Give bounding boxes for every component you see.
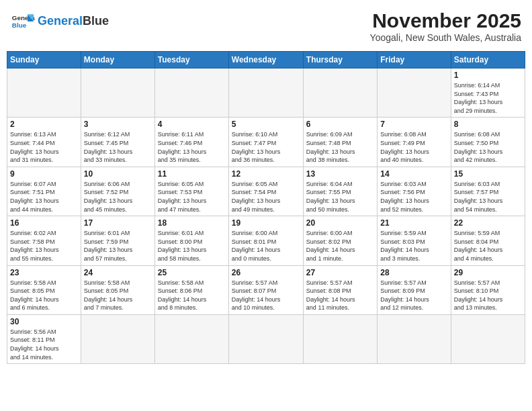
calendar-cell: 29Sunrise: 5:57 AM Sunset: 8:10 PM Dayli… — [451, 265, 525, 314]
week-row-4: 16Sunrise: 6:02 AM Sunset: 7:58 PM Dayli… — [7, 216, 525, 265]
day-info: Sunrise: 6:00 AM Sunset: 8:02 PM Dayligh… — [306, 229, 374, 263]
day-header-friday: Friday — [378, 52, 451, 68]
calendar-cell: 27Sunrise: 5:57 AM Sunset: 8:08 PM Dayli… — [303, 265, 377, 314]
day-info: Sunrise: 6:13 AM Sunset: 7:44 PM Dayligh… — [10, 130, 78, 164]
calendar-cell — [228, 314, 303, 363]
day-info: Sunrise: 6:14 AM Sunset: 7:43 PM Dayligh… — [454, 81, 522, 115]
calendar-cell: 30Sunrise: 5:56 AM Sunset: 8:11 PM Dayli… — [7, 314, 81, 363]
day-number: 9 — [10, 169, 78, 179]
calendar-header-row: SundayMondayTuesdayWednesdayThursdayFrid… — [7, 52, 525, 68]
day-number: 6 — [306, 120, 374, 129]
calendar-cell — [81, 68, 154, 118]
day-info: Sunrise: 6:05 AM Sunset: 7:53 PM Dayligh… — [158, 180, 226, 214]
day-info: Sunrise: 5:57 AM Sunset: 8:09 PM Dayligh… — [380, 279, 447, 312]
day-info: Sunrise: 5:57 AM Sunset: 8:10 PM Dayligh… — [454, 279, 522, 312]
calendar-cell: 4Sunrise: 6:11 AM Sunset: 7:46 PM Daylig… — [154, 118, 228, 167]
title-block: November 2025 Yoogali, New South Wales, … — [370, 9, 521, 43]
svg-text:Blue: Blue — [12, 21, 27, 29]
week-row-3: 9Sunrise: 6:07 AM Sunset: 7:51 PM Daylig… — [7, 167, 525, 216]
day-info: Sunrise: 6:10 AM Sunset: 7:47 PM Dayligh… — [232, 130, 300, 164]
calendar-cell: 24Sunrise: 5:58 AM Sunset: 8:05 PM Dayli… — [81, 265, 154, 314]
week-row-1: 1Sunrise: 6:14 AM Sunset: 7:43 PM Daylig… — [7, 68, 525, 118]
day-number: 25 — [158, 268, 226, 277]
calendar-cell: 13Sunrise: 6:04 AM Sunset: 7:55 PM Dayli… — [303, 167, 377, 216]
calendar-cell: 10Sunrise: 6:06 AM Sunset: 7:52 PM Dayli… — [81, 167, 154, 216]
day-number: 29 — [454, 268, 522, 277]
day-number: 14 — [380, 169, 447, 179]
day-number: 7 — [380, 120, 447, 129]
calendar-cell: 5Sunrise: 6:10 AM Sunset: 7:47 PM Daylig… — [228, 118, 303, 167]
day-info: Sunrise: 6:06 AM Sunset: 7:52 PM Dayligh… — [84, 180, 152, 214]
logo-icon: General Blue — [11, 9, 35, 34]
day-info: Sunrise: 5:59 AM Sunset: 8:03 PM Dayligh… — [380, 229, 447, 263]
day-header-sunday: Sunday — [7, 52, 81, 68]
day-info: Sunrise: 6:00 AM Sunset: 8:01 PM Dayligh… — [232, 229, 300, 263]
day-header-wednesday: Wednesday — [228, 52, 303, 68]
day-info: Sunrise: 6:09 AM Sunset: 7:48 PM Dayligh… — [306, 130, 374, 164]
day-number: 23 — [10, 268, 78, 277]
logo: General Blue GeneralBlue — [11, 9, 109, 34]
day-info: Sunrise: 6:08 AM Sunset: 7:49 PM Dayligh… — [380, 130, 447, 164]
day-info: Sunrise: 6:08 AM Sunset: 7:50 PM Dayligh… — [454, 130, 522, 164]
day-number: 11 — [158, 169, 226, 179]
day-info: Sunrise: 5:58 AM Sunset: 8:05 PM Dayligh… — [84, 279, 152, 312]
day-number: 24 — [84, 268, 152, 277]
day-info: Sunrise: 5:57 AM Sunset: 8:08 PM Dayligh… — [306, 279, 374, 312]
day-number: 21 — [380, 218, 447, 228]
day-number: 28 — [380, 268, 447, 277]
day-number: 22 — [454, 218, 522, 228]
day-number: 3 — [84, 120, 152, 129]
day-info: Sunrise: 5:59 AM Sunset: 8:04 PM Dayligh… — [454, 229, 522, 263]
calendar-cell: 28Sunrise: 5:57 AM Sunset: 8:09 PM Dayli… — [378, 265, 451, 314]
logo-text: GeneralBlue — [38, 15, 109, 28]
month-title: November 2025 — [370, 9, 521, 32]
day-info: Sunrise: 6:03 AM Sunset: 7:56 PM Dayligh… — [380, 180, 447, 214]
day-header-tuesday: Tuesday — [154, 52, 228, 68]
day-number: 13 — [306, 169, 374, 179]
calendar-cell — [451, 314, 525, 363]
day-info: Sunrise: 6:01 AM Sunset: 7:59 PM Dayligh… — [84, 229, 152, 263]
calendar-cell: 3Sunrise: 6:12 AM Sunset: 7:45 PM Daylig… — [81, 118, 154, 167]
week-row-5: 23Sunrise: 5:58 AM Sunset: 8:05 PM Dayli… — [7, 265, 525, 314]
day-info: Sunrise: 6:02 AM Sunset: 7:58 PM Dayligh… — [10, 229, 78, 263]
day-number: 1 — [454, 71, 522, 80]
day-number: 12 — [232, 169, 300, 179]
day-number: 19 — [232, 218, 300, 228]
calendar-cell: 26Sunrise: 5:57 AM Sunset: 8:07 PM Dayli… — [228, 265, 303, 314]
day-number: 27 — [306, 268, 374, 277]
day-number: 15 — [454, 169, 522, 179]
day-info: Sunrise: 5:56 AM Sunset: 8:11 PM Dayligh… — [10, 328, 78, 361]
page-header: General Blue GeneralBlue November 2025 Y… — [7, 7, 525, 46]
calendar-cell — [154, 314, 228, 363]
calendar-cell: 6Sunrise: 6:09 AM Sunset: 7:48 PM Daylig… — [303, 118, 377, 167]
calendar-cell: 20Sunrise: 6:00 AM Sunset: 8:02 PM Dayli… — [303, 216, 377, 265]
calendar-cell: 23Sunrise: 5:58 AM Sunset: 8:05 PM Dayli… — [7, 265, 81, 314]
day-number: 30 — [10, 317, 78, 326]
calendar-cell: 8Sunrise: 6:08 AM Sunset: 7:50 PM Daylig… — [451, 118, 525, 167]
calendar-cell: 15Sunrise: 6:03 AM Sunset: 7:57 PM Dayli… — [451, 167, 525, 216]
day-number: 18 — [158, 218, 226, 228]
calendar-cell — [154, 68, 228, 118]
day-header-saturday: Saturday — [451, 52, 525, 68]
day-number: 17 — [84, 218, 152, 228]
calendar-cell: 9Sunrise: 6:07 AM Sunset: 7:51 PM Daylig… — [7, 167, 81, 216]
calendar-table: SundayMondayTuesdayWednesdayThursdayFrid… — [7, 51, 525, 364]
week-row-2: 2Sunrise: 6:13 AM Sunset: 7:44 PM Daylig… — [7, 118, 525, 167]
calendar-cell: 11Sunrise: 6:05 AM Sunset: 7:53 PM Dayli… — [154, 167, 228, 216]
day-info: Sunrise: 5:58 AM Sunset: 8:06 PM Dayligh… — [158, 279, 226, 312]
day-info: Sunrise: 5:57 AM Sunset: 8:07 PM Dayligh… — [232, 279, 300, 312]
day-info: Sunrise: 6:03 AM Sunset: 7:57 PM Dayligh… — [454, 180, 522, 214]
week-row-6: 30Sunrise: 5:56 AM Sunset: 8:11 PM Dayli… — [7, 314, 525, 363]
day-number: 10 — [84, 169, 152, 179]
calendar-cell: 22Sunrise: 5:59 AM Sunset: 8:04 PM Dayli… — [451, 216, 525, 265]
calendar-cell: 7Sunrise: 6:08 AM Sunset: 7:49 PM Daylig… — [378, 118, 451, 167]
calendar-cell: 12Sunrise: 6:05 AM Sunset: 7:54 PM Dayli… — [228, 167, 303, 216]
calendar-cell: 18Sunrise: 6:01 AM Sunset: 8:00 PM Dayli… — [154, 216, 228, 265]
calendar-cell: 2Sunrise: 6:13 AM Sunset: 7:44 PM Daylig… — [7, 118, 81, 167]
day-info: Sunrise: 6:05 AM Sunset: 7:54 PM Dayligh… — [232, 180, 300, 214]
day-header-thursday: Thursday — [303, 52, 377, 68]
day-header-monday: Monday — [81, 52, 154, 68]
calendar-cell — [7, 68, 81, 118]
day-number: 2 — [10, 120, 78, 129]
calendar-cell: 16Sunrise: 6:02 AM Sunset: 7:58 PM Dayli… — [7, 216, 81, 265]
